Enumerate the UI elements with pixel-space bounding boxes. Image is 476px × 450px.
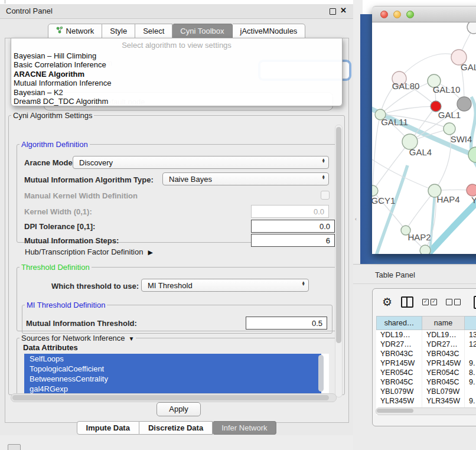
table-row[interactable]: YDL19…YDL19…13 <box>376 330 476 340</box>
table-cell: YBR043C <box>422 349 465 358</box>
stepper-arrows-icon: ▲▼ <box>322 175 325 180</box>
network-node[interactable] <box>420 245 431 254</box>
threshold-definition-group: Threshold Definition Which threshold to … <box>17 263 337 331</box>
algorithm-option[interactable]: Dream8 DC_TDC Algorithm <box>11 97 342 106</box>
network-node-y[interactable] <box>467 184 476 196</box>
tab-label: Style <box>110 24 127 38</box>
which-threshold-combobox[interactable]: MI Threshold ▲▼ <box>141 279 309 292</box>
algorithm-option[interactable]: Bayesian – K2 <box>11 88 342 97</box>
bottom-strip <box>0 435 353 450</box>
control-panel-tabbar: NetworkStyleSelectCyni ToolboxjActiveMNo… <box>0 24 353 38</box>
manual-kernel-checkbox[interactable] <box>321 191 330 200</box>
table-row[interactable]: YPR145WYPR145W9. <box>376 358 476 368</box>
tab-infer-network[interactable]: Infer Network <box>213 421 276 435</box>
mi-threshold-definition-title: MI Threshold Definition <box>25 301 107 309</box>
network-node-swi4[interactable] <box>468 147 476 162</box>
table-toolbar: ⚙ ✓✓ <box>373 289 476 315</box>
tab-style[interactable]: Style <box>102 24 135 38</box>
node-label-gcy1: GCY1 <box>372 195 395 206</box>
screen: Control Panel ✕ NetworkStyleSelectCyni T… <box>0 0 476 450</box>
node-label-gal80: GAL80 <box>392 81 420 91</box>
splitter-handle[interactable]: ‹ <box>355 216 357 222</box>
table-row[interactable]: YBR043CYBR043C <box>376 349 476 358</box>
sources-title[interactable]: Sources for Network Inference▼ <box>19 334 136 343</box>
table-cell: YBL079W <box>422 387 465 396</box>
algorithm-option[interactable]: Mutual Information Inference <box>11 79 342 87</box>
node-label-gal10: GAL10 <box>433 84 461 94</box>
mi-steps-field[interactable]: 6 <box>251 234 335 247</box>
node-label-hap2: HAP2 <box>407 232 431 242</box>
hub-definition-label: Hub/Transcription Factor Definition <box>25 247 143 256</box>
network-canvas[interactable]: GALGAL80GAL10GAL1GAL11GAL4SWI4GCY1HAP4YH… <box>372 22 476 254</box>
column-header-name[interactable]: name <box>422 316 465 330</box>
data-attributes-label: Data Attributes <box>23 343 78 352</box>
network-node[interactable] <box>467 22 476 34</box>
mi-type-combobox[interactable]: Naive Bayes ▲▼ <box>162 172 329 185</box>
attribute-item[interactable]: TopologicalCoefficient <box>24 364 321 374</box>
which-threshold-value: MI Threshold <box>148 281 193 290</box>
select-all-icon[interactable]: ✓✓ <box>422 299 437 305</box>
close-window-icon[interactable] <box>380 11 388 18</box>
attribute-item[interactable]: gal4RGexp <box>24 384 321 394</box>
settings-vertical-scrollbar[interactable] <box>335 125 343 397</box>
table-cell: YER054C <box>422 368 465 377</box>
column-header-A[interactable]: A <box>465 316 476 330</box>
table-row[interactable]: YLR345WYLR345W9. <box>376 396 476 406</box>
aracne-mode-combobox[interactable]: Discovery ▲▼ <box>73 156 329 169</box>
table-row[interactable]: YBR045CYBR045C9. <box>376 377 476 387</box>
network-node[interactable] <box>444 123 455 135</box>
table-row[interactable]: YBL079WYBL079W <box>376 387 476 396</box>
algorithm-option[interactable]: ARACNE Algorithm <box>11 70 342 79</box>
algorithm-definition-group: Algorithm Definition Aracne Mode: Discov… <box>17 140 337 243</box>
node-label-gal11: GAL11 <box>381 117 408 127</box>
algorithm-option[interactable]: Bayesian – Hill Climbing <box>11 51 342 60</box>
minimize-window-icon[interactable] <box>393 11 401 18</box>
attribute-item[interactable]: SelfLoops <box>24 354 321 364</box>
close-icon[interactable]: ✕ <box>340 6 347 15</box>
table-cell: YPR145W <box>422 358 465 368</box>
zoom-window-icon[interactable] <box>406 11 414 18</box>
tab-select[interactable]: Select <box>135 24 172 38</box>
column-view-icon[interactable] <box>401 296 413 308</box>
table-header-row: shared…nameA <box>376 316 476 330</box>
tab-jactivemnodules[interactable]: jActiveMNodules <box>233 24 306 38</box>
tab-cyni-toolbox[interactable]: Cyni Toolbox <box>172 24 232 38</box>
column-header-shared…[interactable]: shared… <box>376 316 422 330</box>
table-cell: 13 <box>465 330 476 340</box>
data-attributes-list[interactable]: SelfLoopsTopologicalCoefficientBetweenne… <box>24 354 329 395</box>
mini-corner-button[interactable] <box>8 444 21 450</box>
table-row[interactable]: YER054CYER054C8. <box>376 368 476 377</box>
tab-label: Cyni Toolbox <box>180 24 224 38</box>
dpi-tolerance-field[interactable]: 0.0 <box>251 220 335 233</box>
table-cell: YDL19… <box>422 330 465 340</box>
tab-network[interactable]: Network <box>48 24 103 38</box>
settings-horizontal-scrollbar[interactable] <box>11 393 337 402</box>
table-horizontal-scrollbar[interactable] <box>376 407 476 415</box>
deselect-all-icon[interactable] <box>446 299 461 305</box>
node-label-hap4: HAP4 <box>436 194 459 204</box>
dpi-tolerance-label: DPI Tolerance [0,1]: <box>24 222 95 231</box>
table-cell: YBR045C <box>376 377 422 387</box>
hub-definition-toggle[interactable]: Hub/Transcription Factor Definition▶ <box>25 247 153 256</box>
float-window-icon[interactable] <box>330 8 336 15</box>
table-cell: 12 <box>465 340 476 349</box>
network-node[interactable] <box>457 97 471 111</box>
attribute-item[interactable]: BetweennessCentrality <box>24 374 321 384</box>
gear-icon[interactable]: ⚙ <box>382 296 392 308</box>
control-panel-titlebar: Control Panel ✕ <box>0 4 353 19</box>
mi-threshold-field[interactable]: 0.5 <box>246 317 327 330</box>
table-cell: 8. <box>465 368 476 377</box>
tab-discretize-data[interactable]: Discretize Data <box>139 421 213 435</box>
algorithm-option[interactable]: Basic Correlation Inference <box>11 60 342 69</box>
table-cell: YER054C <box>376 368 422 377</box>
tab-impute-data[interactable]: Impute Data <box>77 421 139 435</box>
manual-kernel-label: Manual Kernel Width Definition <box>24 191 138 200</box>
list-scrollbar[interactable] <box>318 355 324 392</box>
tab-label: Network <box>66 24 94 38</box>
table-cell: 9. <box>465 396 476 406</box>
kernel-width-field[interactable]: 0.0 <box>251 205 329 218</box>
file-icon[interactable] <box>474 296 476 309</box>
network-node-gcy1[interactable] <box>372 185 378 196</box>
apply-button[interactable]: Apply <box>157 402 201 416</box>
table-row[interactable]: YDR27…YDR27…12 <box>376 340 476 349</box>
